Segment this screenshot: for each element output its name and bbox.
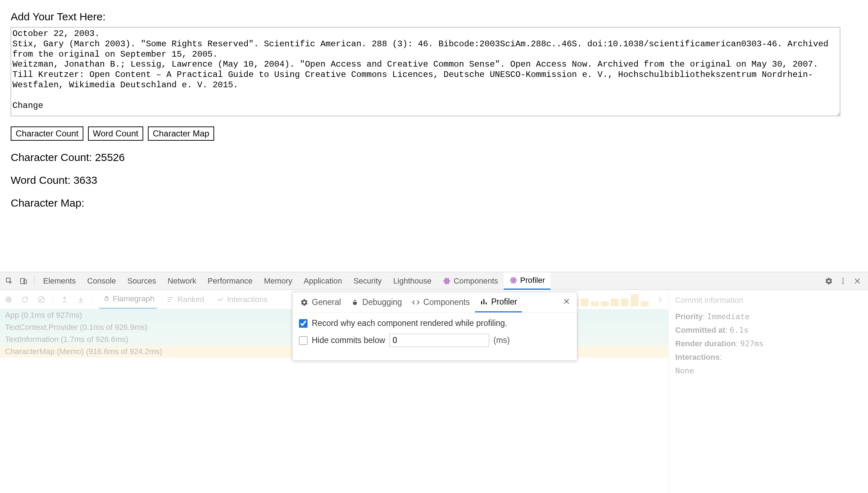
- word-count-button[interactable]: Word Count: [88, 126, 144, 141]
- word-count-result: Word Count: 3633: [11, 174, 857, 186]
- character-count-button[interactable]: Character Count: [11, 126, 83, 141]
- text-input[interactable]: [11, 27, 840, 116]
- character-map-result: Character Map:: [11, 197, 857, 209]
- character-count-result: Character Count: 25526: [11, 151, 857, 164]
- page-heading: Add Your Text Here:: [11, 11, 857, 23]
- character-map-button[interactable]: Character Map: [148, 126, 215, 141]
